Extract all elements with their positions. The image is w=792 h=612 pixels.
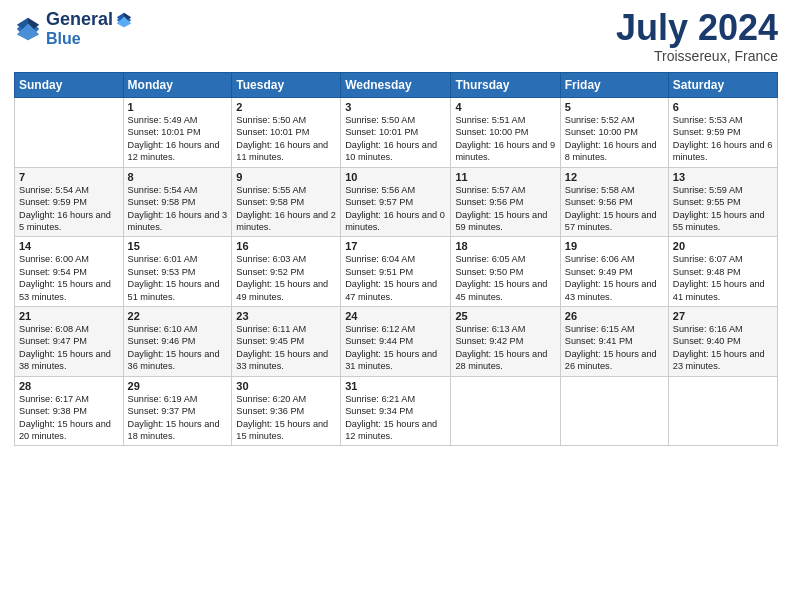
- day-number: 17: [345, 240, 446, 252]
- cell-info: Sunrise: 5:58 AM Sunset: 9:56 PM Dayligh…: [565, 184, 664, 234]
- logo: General Blue: [14, 10, 133, 47]
- cell-info: Sunrise: 5:55 AM Sunset: 9:58 PM Dayligh…: [236, 184, 336, 234]
- calendar-header: Sunday Monday Tuesday Wednesday Thursday…: [15, 73, 778, 98]
- day-number: 7: [19, 171, 119, 183]
- col-thursday: Thursday: [451, 73, 560, 98]
- cell-info: Sunrise: 6:10 AM Sunset: 9:46 PM Dayligh…: [128, 323, 228, 373]
- cell-info: Sunrise: 5:50 AM Sunset: 10:01 PM Daylig…: [345, 114, 446, 164]
- title-area: July 2024 Troissereux, France: [616, 10, 778, 64]
- cell-info: Sunrise: 6:17 AM Sunset: 9:38 PM Dayligh…: [19, 393, 119, 443]
- cell-info: Sunrise: 6:07 AM Sunset: 9:48 PM Dayligh…: [673, 253, 773, 303]
- calendar-cell: [560, 376, 668, 446]
- day-number: 19: [565, 240, 664, 252]
- calendar-cell: 20Sunrise: 6:07 AM Sunset: 9:48 PM Dayli…: [668, 237, 777, 307]
- cell-info: Sunrise: 6:19 AM Sunset: 9:37 PM Dayligh…: [128, 393, 228, 443]
- calendar-cell: 31Sunrise: 6:21 AM Sunset: 9:34 PM Dayli…: [341, 376, 451, 446]
- cell-info: Sunrise: 6:21 AM Sunset: 9:34 PM Dayligh…: [345, 393, 446, 443]
- calendar-cell: [668, 376, 777, 446]
- calendar-cell: 25Sunrise: 6:13 AM Sunset: 9:42 PM Dayli…: [451, 307, 560, 377]
- week-row-4: 21Sunrise: 6:08 AM Sunset: 9:47 PM Dayli…: [15, 307, 778, 377]
- cell-info: Sunrise: 6:05 AM Sunset: 9:50 PM Dayligh…: [455, 253, 555, 303]
- calendar-cell: [451, 376, 560, 446]
- calendar-cell: [15, 98, 124, 168]
- col-tuesday: Tuesday: [232, 73, 341, 98]
- day-number: 23: [236, 310, 336, 322]
- col-monday: Monday: [123, 73, 232, 98]
- week-row-1: 1Sunrise: 5:49 AM Sunset: 10:01 PM Dayli…: [15, 98, 778, 168]
- cell-info: Sunrise: 5:53 AM Sunset: 9:59 PM Dayligh…: [673, 114, 773, 164]
- cell-info: Sunrise: 5:51 AM Sunset: 10:00 PM Daylig…: [455, 114, 555, 164]
- cell-info: Sunrise: 5:49 AM Sunset: 10:01 PM Daylig…: [128, 114, 228, 164]
- calendar-table: Sunday Monday Tuesday Wednesday Thursday…: [14, 72, 778, 446]
- calendar-cell: 28Sunrise: 6:17 AM Sunset: 9:38 PM Dayli…: [15, 376, 124, 446]
- calendar-cell: 15Sunrise: 6:01 AM Sunset: 9:53 PM Dayli…: [123, 237, 232, 307]
- calendar-cell: 6Sunrise: 5:53 AM Sunset: 9:59 PM Daylig…: [668, 98, 777, 168]
- calendar-cell: 23Sunrise: 6:11 AM Sunset: 9:45 PM Dayli…: [232, 307, 341, 377]
- cell-info: Sunrise: 6:04 AM Sunset: 9:51 PM Dayligh…: [345, 253, 446, 303]
- day-number: 29: [128, 380, 228, 392]
- day-number: 20: [673, 240, 773, 252]
- day-number: 1: [128, 101, 228, 113]
- calendar-cell: 5Sunrise: 5:52 AM Sunset: 10:00 PM Dayli…: [560, 98, 668, 168]
- cell-info: Sunrise: 5:59 AM Sunset: 9:55 PM Dayligh…: [673, 184, 773, 234]
- day-number: 21: [19, 310, 119, 322]
- cell-info: Sunrise: 6:01 AM Sunset: 9:53 PM Dayligh…: [128, 253, 228, 303]
- cell-info: Sunrise: 6:00 AM Sunset: 9:54 PM Dayligh…: [19, 253, 119, 303]
- month-title: July 2024: [616, 10, 778, 46]
- day-number: 16: [236, 240, 336, 252]
- calendar-cell: 7Sunrise: 5:54 AM Sunset: 9:59 PM Daylig…: [15, 167, 124, 237]
- header: General Blue July 2024 Troissereux, Fran…: [14, 10, 778, 64]
- calendar-cell: 21Sunrise: 6:08 AM Sunset: 9:47 PM Dayli…: [15, 307, 124, 377]
- week-row-3: 14Sunrise: 6:00 AM Sunset: 9:54 PM Dayli…: [15, 237, 778, 307]
- cell-info: Sunrise: 5:57 AM Sunset: 9:56 PM Dayligh…: [455, 184, 555, 234]
- calendar-cell: 19Sunrise: 6:06 AM Sunset: 9:49 PM Dayli…: [560, 237, 668, 307]
- calendar-cell: 26Sunrise: 6:15 AM Sunset: 9:41 PM Dayli…: [560, 307, 668, 377]
- day-number: 28: [19, 380, 119, 392]
- calendar-cell: 12Sunrise: 5:58 AM Sunset: 9:56 PM Dayli…: [560, 167, 668, 237]
- cell-info: Sunrise: 6:11 AM Sunset: 9:45 PM Dayligh…: [236, 323, 336, 373]
- cell-info: Sunrise: 6:12 AM Sunset: 9:44 PM Dayligh…: [345, 323, 446, 373]
- logo-icon: [14, 15, 42, 43]
- day-number: 8: [128, 171, 228, 183]
- calendar-cell: 14Sunrise: 6:00 AM Sunset: 9:54 PM Dayli…: [15, 237, 124, 307]
- day-number: 6: [673, 101, 773, 113]
- header-row: Sunday Monday Tuesday Wednesday Thursday…: [15, 73, 778, 98]
- day-number: 3: [345, 101, 446, 113]
- calendar-cell: 27Sunrise: 6:16 AM Sunset: 9:40 PM Dayli…: [668, 307, 777, 377]
- cell-info: Sunrise: 6:13 AM Sunset: 9:42 PM Dayligh…: [455, 323, 555, 373]
- day-number: 27: [673, 310, 773, 322]
- calendar-cell: 11Sunrise: 5:57 AM Sunset: 9:56 PM Dayli…: [451, 167, 560, 237]
- day-number: 4: [455, 101, 555, 113]
- day-number: 13: [673, 171, 773, 183]
- day-number: 5: [565, 101, 664, 113]
- week-row-5: 28Sunrise: 6:17 AM Sunset: 9:38 PM Dayli…: [15, 376, 778, 446]
- col-friday: Friday: [560, 73, 668, 98]
- day-number: 11: [455, 171, 555, 183]
- day-number: 10: [345, 171, 446, 183]
- cell-info: Sunrise: 6:16 AM Sunset: 9:40 PM Dayligh…: [673, 323, 773, 373]
- calendar-cell: 13Sunrise: 5:59 AM Sunset: 9:55 PM Dayli…: [668, 167, 777, 237]
- day-number: 24: [345, 310, 446, 322]
- col-wednesday: Wednesday: [341, 73, 451, 98]
- calendar-cell: 2Sunrise: 5:50 AM Sunset: 10:01 PM Dayli…: [232, 98, 341, 168]
- calendar-cell: 16Sunrise: 6:03 AM Sunset: 9:52 PM Dayli…: [232, 237, 341, 307]
- calendar-cell: 4Sunrise: 5:51 AM Sunset: 10:00 PM Dayli…: [451, 98, 560, 168]
- day-number: 18: [455, 240, 555, 252]
- day-number: 26: [565, 310, 664, 322]
- cell-info: Sunrise: 6:08 AM Sunset: 9:47 PM Dayligh…: [19, 323, 119, 373]
- calendar-cell: 17Sunrise: 6:04 AM Sunset: 9:51 PM Dayli…: [341, 237, 451, 307]
- day-number: 30: [236, 380, 336, 392]
- calendar-cell: 1Sunrise: 5:49 AM Sunset: 10:01 PM Dayli…: [123, 98, 232, 168]
- cell-info: Sunrise: 5:54 AM Sunset: 9:58 PM Dayligh…: [128, 184, 228, 234]
- day-number: 22: [128, 310, 228, 322]
- calendar-cell: 22Sunrise: 6:10 AM Sunset: 9:46 PM Dayli…: [123, 307, 232, 377]
- day-number: 14: [19, 240, 119, 252]
- day-number: 31: [345, 380, 446, 392]
- calendar-cell: 29Sunrise: 6:19 AM Sunset: 9:37 PM Dayli…: [123, 376, 232, 446]
- calendar-cell: 24Sunrise: 6:12 AM Sunset: 9:44 PM Dayli…: [341, 307, 451, 377]
- day-number: 15: [128, 240, 228, 252]
- location-subtitle: Troissereux, France: [616, 48, 778, 64]
- col-saturday: Saturday: [668, 73, 777, 98]
- cell-info: Sunrise: 5:56 AM Sunset: 9:57 PM Dayligh…: [345, 184, 446, 234]
- calendar-cell: 8Sunrise: 5:54 AM Sunset: 9:58 PM Daylig…: [123, 167, 232, 237]
